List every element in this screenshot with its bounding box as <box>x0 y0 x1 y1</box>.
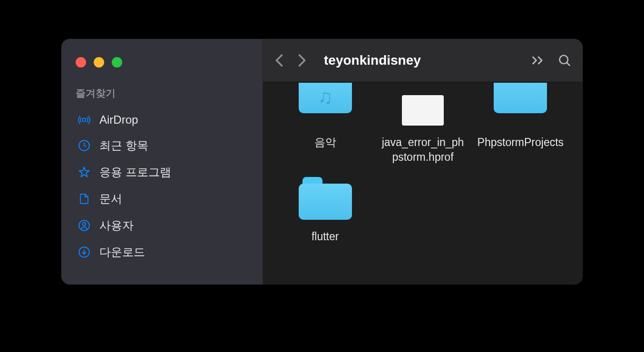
sidebar-favorites-list: AirDrop 최근 항목 응용 프로그램 <box>75 108 251 265</box>
sidebar-item-documents[interactable]: 문서 <box>75 186 251 212</box>
folder-icon <box>297 178 354 220</box>
sidebar-item-label: AirDrop <box>99 113 138 127</box>
folder-phpstorm-projects[interactable]: PhpstormProjects <box>477 82 565 165</box>
sidebar-section-favorites-title: 즐겨찾기 <box>75 87 251 100</box>
sidebar-item-label: 최근 항목 <box>99 138 148 153</box>
content-area[interactable]: ♫ 음악 java_error_in_phpstorm.hprof <box>263 82 583 284</box>
svg-line-6 <box>567 62 570 65</box>
toolbar: teyonkindisney <box>263 39 583 82</box>
sidebar-item-applications[interactable]: 응용 프로그램 <box>75 159 251 186</box>
sidebar: 즐겨찾기 AirDrop <box>61 39 263 284</box>
svg-point-3 <box>83 223 86 226</box>
download-icon <box>78 245 91 259</box>
apps-icon <box>78 166 91 179</box>
music-note-icon: ♫ <box>318 86 333 108</box>
chevron-right-icon <box>298 54 306 67</box>
sidebar-item-label: 사용자 <box>99 218 134 233</box>
forward-button[interactable] <box>297 53 307 68</box>
sidebar-item-label: 다운로드 <box>99 244 145 260</box>
fullscreen-button[interactable] <box>112 57 122 68</box>
clock-icon <box>78 139 91 152</box>
main-panel: teyonkindisney <box>263 39 583 284</box>
window-title: teyonkindisney <box>324 53 531 68</box>
file-icon <box>394 84 451 126</box>
chevron-left-icon <box>275 54 283 67</box>
sidebar-item-recents[interactable]: 최근 항목 <box>75 132 251 159</box>
sidebar-item-airdrop[interactable]: AirDrop <box>75 108 251 132</box>
sidebar-item-label: 문서 <box>99 191 122 206</box>
folder-music[interactable]: ♫ 음악 <box>281 82 369 165</box>
toolbar-right <box>531 54 571 67</box>
close-button[interactable] <box>76 57 86 68</box>
folder-music-icon: ♫ <box>297 84 354 126</box>
item-label: flutter <box>312 229 339 244</box>
folder-icon <box>492 84 549 126</box>
sidebar-item-label: 응용 프로그램 <box>99 165 171 180</box>
airdrop-icon <box>78 113 91 127</box>
file-java-error-hprof[interactable]: java_error_in_phpstorm.hprof <box>379 82 467 165</box>
document-icon <box>78 192 91 205</box>
items-grid: ♫ 음악 java_error_in_phpstorm.hprof <box>281 82 565 244</box>
finder-window: 즐겨찾기 AirDrop <box>61 39 583 284</box>
user-icon <box>78 219 91 232</box>
more-button[interactable] <box>531 56 545 65</box>
item-label: java_error_in_phpstorm.hprof <box>379 135 467 165</box>
back-button[interactable] <box>274 53 284 68</box>
nav-buttons <box>274 53 307 68</box>
chevron-double-right-icon <box>531 56 545 65</box>
item-label: PhpstormProjects <box>478 135 564 150</box>
item-label: 음악 <box>314 135 336 150</box>
search-icon <box>558 54 571 67</box>
minimize-button[interactable] <box>94 57 104 68</box>
svg-point-0 <box>83 118 86 122</box>
search-button[interactable] <box>558 54 571 67</box>
sidebar-item-downloads[interactable]: 다운로드 <box>75 239 251 265</box>
sidebar-item-user[interactable]: 사용자 <box>75 212 251 239</box>
window-controls <box>75 57 251 68</box>
folder-flutter[interactable]: flutter <box>281 176 369 244</box>
